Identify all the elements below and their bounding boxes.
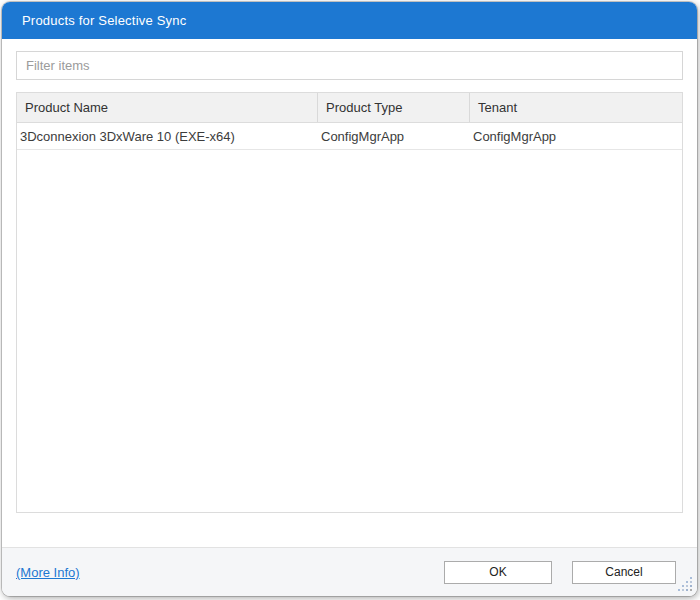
filter-input[interactable] — [16, 51, 683, 80]
more-info-link[interactable]: (More Info) — [16, 565, 80, 580]
cancel-button[interactable]: Cancel — [572, 561, 676, 584]
dialog-title: Products for Selective Sync — [22, 13, 186, 28]
dialog-footer: (More Info) OK Cancel — [2, 547, 697, 596]
cell-product-type: ConfigMgrApp — [317, 123, 469, 149]
cell-product-name: 3Dconnexion 3DxWare 10 (EXE-x64) — [17, 123, 317, 149]
ok-button[interactable]: OK — [444, 561, 552, 584]
table-header-row: Product Name Product Type Tenant — [17, 93, 682, 123]
dialog-content: Product Name Product Type Tenant 3Dconne… — [2, 39, 697, 547]
column-header-product-type[interactable]: Product Type — [317, 93, 469, 122]
column-header-tenant[interactable]: Tenant — [469, 93, 682, 122]
cell-tenant: ConfigMgrApp — [469, 123, 682, 149]
products-table: Product Name Product Type Tenant 3Dconne… — [16, 92, 683, 513]
dialog-titlebar[interactable]: Products for Selective Sync — [2, 2, 697, 39]
column-header-product-name[interactable]: Product Name — [17, 93, 317, 122]
products-selective-sync-dialog: Products for Selective Sync Product Name… — [2, 2, 697, 596]
resize-grip-icon[interactable] — [678, 577, 694, 593]
table-row[interactable]: 3Dconnexion 3DxWare 10 (EXE-x64) ConfigM… — [17, 123, 682, 150]
